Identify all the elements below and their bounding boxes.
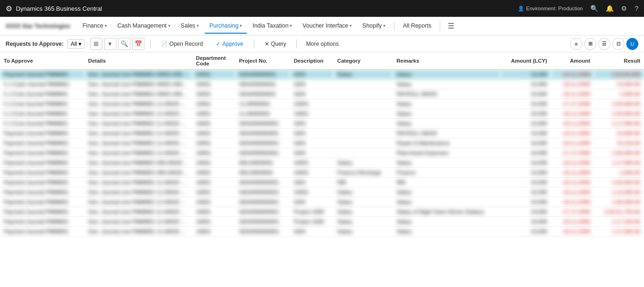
table-cell: 10,000: [501, 217, 551, 227]
col-header-amount2[interactable]: Amount: [551, 52, 594, 70]
col-header-amount1[interactable]: Amount (LCY): [501, 52, 551, 70]
nav-item-finance[interactable]: Finance ▾: [78, 19, 111, 34]
nav-label-sales: Sales: [181, 22, 195, 29]
table-cell: [334, 79, 393, 89]
approve-button[interactable]: ✓ Approve: [211, 39, 248, 49]
table-row[interactable]: C.J.Cost Journal PMMM01Gen. Journal Line…: [0, 99, 644, 109]
table-cell: 000,00000001: [235, 158, 290, 168]
calendar-btn[interactable]: 📅: [132, 38, 144, 50]
table-cell: Finance: [393, 168, 501, 178]
col-header-project[interactable]: Project No.: [235, 52, 290, 70]
view-mode-btn-1[interactable]: ≡: [570, 38, 582, 50]
open-record-label: Open Record: [170, 41, 203, 47]
hamburger-menu[interactable]: ☰: [444, 20, 458, 32]
nav-item-purchasing[interactable]: Purchasing ▾: [205, 19, 247, 34]
table-cell: PAYROLL BASIC: [393, 129, 501, 138]
table-cell: Gen. Journal Line PMMM01 11-00020 00001-…: [85, 119, 193, 129]
table-cell: GEN/000000001: [235, 227, 290, 237]
col-header-description[interactable]: Description: [290, 52, 334, 70]
nav-label-purchasing: Purchasing: [209, 22, 239, 29]
action-icons: ⊞ ▾ 🔍 📅: [90, 38, 144, 50]
table-cell: Salary: [393, 79, 501, 89]
table-cell: 10001: [192, 217, 235, 227]
table-row[interactable]: Payment Journal PMMM01Gen. Journal Line …: [0, 168, 644, 178]
nav-item-all-reports[interactable]: All Reports: [398, 19, 436, 34]
query-button[interactable]: ✕ Query: [260, 39, 291, 49]
open-record-button[interactable]: 📄 Open Record: [156, 39, 208, 49]
table-cell: Gen. Journal Line PMMM01 11-00020 00001-…: [85, 148, 193, 158]
chevron-down-icon: ▾: [290, 23, 292, 28]
view-mode-btn-3[interactable]: ☰: [598, 38, 610, 50]
table-cell: Plant Asset Expenses: [393, 148, 501, 158]
table-row[interactable]: C.J.Cost Journal PMMM01Gen. Journal Line…: [0, 109, 644, 119]
table-cell: -17,17,2000: [551, 148, 594, 158]
table-row[interactable]: C.J Cash Journal PMMM01Gen. Journal Line…: [0, 79, 644, 89]
table-row[interactable]: Payment Journal PMMM01Gen. Journal Line …: [0, 70, 644, 79]
table-cell: 10,000: [501, 109, 551, 119]
top-bar-left: ⚙ Dynamics 365 Business Central: [6, 4, 102, 13]
table-cell: 2,54,06,000: [594, 70, 644, 79]
nav-item-india-tax[interactable]: India Taxation ▾: [248, 19, 297, 34]
col-header-category[interactable]: Category: [334, 52, 393, 70]
env-label: Environment:: [526, 6, 557, 11]
table-cell: Payment Journal PMMM01: [0, 187, 85, 197]
chevron-down-icon: ▾: [168, 23, 171, 28]
col-header-result[interactable]: Result: [594, 52, 644, 70]
env-value: Production: [558, 6, 583, 11]
table-row[interactable]: Payment Journal PMMM01Gen. Journal Line …: [0, 217, 644, 227]
table-cell: 11,00000001: [235, 109, 290, 119]
col-header-remarks[interactable]: Remarks: [393, 52, 501, 70]
table-cell: 10,000: [501, 99, 551, 109]
nav-divider: [394, 22, 394, 31]
table-cell: [334, 138, 393, 148]
table-cell: 10001: [192, 99, 235, 109]
table-cell: -10,11,2000: [551, 217, 594, 227]
table-row[interactable]: Payment Journal PMMM01Gen. Journal Line …: [0, 138, 644, 148]
nav-item-shopify[interactable]: Shopify ▾: [358, 19, 390, 34]
table-cell: Gen. Journal Line PMMM01 00001-00020 300…: [85, 70, 193, 79]
table-row[interactable]: Payment Journal PMMM01Gen. Journal Line …: [0, 187, 644, 197]
user-avatar[interactable]: U: [626, 38, 638, 50]
nav-item-sales[interactable]: Sales ▾: [176, 19, 204, 34]
table-row[interactable]: C.J.Cost Journal PMMM01Gen. Journal Line…: [0, 89, 644, 99]
table-cell: 10,000: [501, 227, 551, 237]
table-row[interactable]: Payment Journal PMMM01Gen. Journal Line …: [0, 227, 644, 237]
table-cell: 1,000.00: [594, 89, 644, 99]
filter-dropdown[interactable]: All ▾: [67, 39, 84, 49]
filter-btn[interactable]: ▾: [104, 38, 116, 50]
table-cell: Salary: [393, 109, 501, 119]
notification-icon[interactable]: 🔔: [606, 5, 614, 12]
search-icon[interactable]: 🔍: [590, 5, 598, 12]
table-cell: Gen. Journal Line PMMM01 11-00020 00001-…: [85, 138, 193, 148]
table-row[interactable]: Payment Journal PMMM01Gen. Journal Line …: [0, 178, 644, 187]
table-cell: GEN: [290, 138, 334, 148]
col-header-to-approve[interactable]: To Approve: [0, 52, 85, 70]
table-cell: Salary: [334, 197, 393, 207]
col-header-dept[interactable]: DepartmentCode: [192, 52, 235, 70]
table-cell: GEN: [290, 119, 334, 129]
search-btn[interactable]: 🔍: [118, 38, 130, 50]
table-row[interactable]: Payment Journal PMMM01Gen. Journal Line …: [0, 148, 644, 158]
help-icon[interactable]: ?: [635, 5, 638, 12]
view-mode-btn-2[interactable]: ⊞: [584, 38, 596, 50]
nav-item-voucher[interactable]: Voucher Interface ▾: [298, 19, 357, 34]
more-options-btn[interactable]: More options: [302, 39, 342, 49]
nav-item-cash[interactable]: Cash Management ▾: [113, 19, 175, 34]
table-cell: GEN: [290, 227, 334, 237]
table-row[interactable]: Payment Journal PMMM01Gen. Journal Line …: [0, 158, 644, 168]
col-header-details[interactable]: Details: [85, 52, 193, 70]
table-row[interactable]: Payment Journal PMMM01Gen. Journal Line …: [0, 197, 644, 207]
view-mode-btn-4[interactable]: ⊡: [612, 38, 624, 50]
env-icon: 👤: [518, 6, 524, 12]
settings-icon[interactable]: ⚙: [621, 5, 627, 12]
table-cell: GEN: [290, 197, 334, 207]
approve-label: Approve: [222, 41, 243, 47]
table-cell: Payment Journal PMMM01: [0, 158, 85, 168]
table-row[interactable]: C.J.Cost Journal PMMM01Gen. Journal Line…: [0, 119, 644, 129]
view-toggle-btn[interactable]: ⊞: [90, 38, 102, 50]
table-row[interactable]: Payment Journal PMMM01Gen. Journal Line …: [0, 207, 644, 217]
open-record-icon: 📄: [161, 41, 168, 47]
table-cell: 1,50,000.00: [594, 148, 644, 158]
table-row[interactable]: Payment Journal PMMM01Gen. Journal Line …: [0, 129, 644, 138]
table-cell: Payment Journal PMMM01: [0, 129, 85, 138]
